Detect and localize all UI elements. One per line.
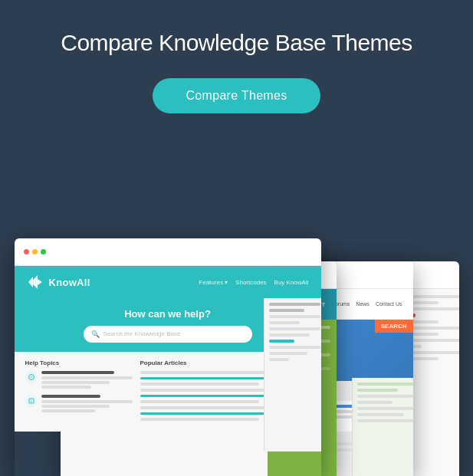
maximize-dot [41, 249, 46, 254]
sd-right-panel [352, 378, 413, 476]
rp-line-3 [357, 395, 413, 398]
ka-rp-line-10 [269, 358, 290, 361]
topic-1-line-1 [41, 376, 133, 379]
knowall-window-header [15, 238, 321, 266]
knowall-card: KnowAll Features ▾ Shortcodes Buy KnowAl… [15, 238, 321, 476]
ka-rp-line-8 [269, 346, 320, 349]
pop-link-3 [140, 412, 268, 415]
ka-rp-line-4 [269, 321, 300, 324]
screenshots-container: K knowhow Knowledge Base WordPress Theme… [15, 177, 459, 476]
main-title: Compare Knowledge Base Themes [61, 29, 412, 57]
ka-rp-line-7 [269, 340, 295, 343]
topic-icon-2 [25, 395, 38, 407]
ka-rp-line-3 [269, 315, 320, 318]
topic-2-title-line [41, 395, 100, 398]
pop-line-2 [140, 382, 259, 386]
rp-line-1 [357, 382, 413, 386]
ka-rp-line-9 [269, 352, 307, 355]
rp-line-6 [357, 413, 405, 416]
pop-link-1 [140, 377, 277, 379]
rp-line-4 [357, 401, 393, 404]
topic-1-line-2 [41, 381, 110, 384]
pop-line-6 [140, 418, 259, 421]
rp-line-2 [357, 389, 399, 392]
search-icon: 🔍 [91, 330, 100, 338]
ka-nav-shortcodes: Shortcodes [235, 279, 266, 286]
knowall-nav-links: Features ▾ Shortcodes Buy KnowAll [199, 279, 308, 286]
compare-themes-button[interactable]: Compare Themes [153, 78, 321, 113]
ka-rp-line-2 [269, 309, 305, 312]
topic-1-line-3 [41, 386, 91, 389]
ka-rp-line-6 [269, 333, 310, 336]
knowall-logo-text: KnowAll [49, 277, 90, 288]
pop-line-4 [140, 400, 259, 403]
knowall-topics-title: Help Topics [25, 359, 133, 366]
ka-rp-line-1 [269, 303, 320, 306]
knowall-hero-text: How can we help? [124, 308, 211, 320]
minimize-dot [32, 249, 38, 254]
knowall-logo: KnowAll [27, 274, 90, 291]
topic-2-line-1 [41, 400, 133, 403]
ka-nav-features: Features ▾ [199, 279, 228, 286]
sd-nav-news: News [356, 301, 370, 307]
rp-line-5 [357, 407, 413, 410]
topic-2-line-2 [41, 405, 110, 408]
topic-2-line-3 [41, 409, 96, 412]
knowall-body: How can we help? 🔍 Search the Knowledge … [15, 298, 321, 432]
window-controls [24, 249, 46, 254]
knowall-search-placeholder: Search the Knowledge Base [103, 330, 181, 337]
knowall-logo-icon [27, 274, 44, 291]
topic-1-title-line [41, 371, 114, 374]
supportdesk-search-btn: SEARCH [375, 320, 413, 333]
knowall-topics: Help Topics [25, 359, 133, 424]
close-dot [24, 249, 29, 254]
topic-2-content [41, 395, 133, 414]
ka-rp-line-5 [269, 327, 320, 330]
knowall-topic-2 [25, 395, 133, 414]
topic-1-content [41, 371, 133, 390]
knowall-search-wrap: 🔍 Search the Knowledge Base [84, 326, 252, 343]
knowall-right-panel [264, 298, 321, 451]
knowall-topic-1 [25, 371, 133, 390]
ka-nav-buy: Buy KnowAll [274, 279, 309, 286]
rp-line-7 [357, 419, 413, 422]
knowall-navbar: KnowAll Features ▾ Shortcodes Buy KnowAl… [15, 266, 321, 298]
sd-nav-contact: Contact Us [376, 301, 402, 307]
topic-icon-1 [25, 371, 38, 383]
header-section: Compare Knowledge Base Themes Compare Th… [61, 0, 412, 113]
